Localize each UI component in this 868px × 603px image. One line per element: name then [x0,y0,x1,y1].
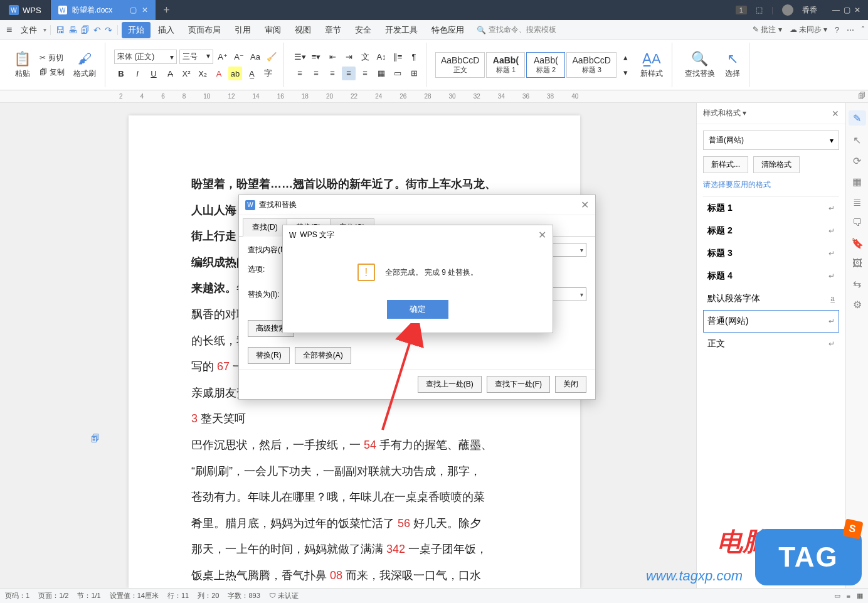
distribute-icon[interactable]: ≡ [358,67,372,80]
pane-close-icon[interactable]: ✕ [832,109,839,119]
outdent-icon[interactable]: ⇤ [326,50,339,64]
window-close-icon[interactable]: ✕ [854,6,860,14]
save-icon[interactable]: 🖫 [56,25,65,35]
rail-comment-icon[interactable]: 🗨 [852,217,862,228]
file-menu[interactable]: 文件 [17,24,41,36]
rail-grid-icon[interactable]: ▦ [852,176,862,188]
style-item-body[interactable]: 正文↵ [703,333,839,355]
cut-button[interactable]: ✂ 剪切 [37,51,67,65]
italic-button[interactable]: I [130,67,144,80]
sort-icon[interactable]: A↕ [374,50,388,64]
print-preview-icon[interactable]: 🗐 [81,25,90,35]
wps-home-tab[interactable]: W WPS [0,0,51,20]
tab-dev-tools[interactable]: 开发工具 [379,22,424,38]
indent-icon[interactable]: ⇥ [342,50,356,64]
para-14[interactable]: 肴里。腊月底，妈妈为过年的饭菜忙活了 56 好几天。除夕 [191,511,517,536]
redo-icon[interactable]: ↷ [105,25,112,35]
style-gallery-down-icon[interactable]: ▾ [619,66,633,80]
sb-view-1-icon[interactable]: ▭ [834,592,840,600]
para-13[interactable]: 苍劲有力。年味儿在哪里？哦，年味儿在一桌桌香喷喷的菜 [191,485,517,510]
shrink-font-icon[interactable]: A⁻ [232,50,246,64]
style-h1[interactable]: AaBb(标题 1 [486,52,525,78]
clear-format-pane-button[interactable]: 清除格式 [753,156,800,173]
show-marks-icon[interactable]: ¶ [407,50,421,64]
sb-col[interactable]: 列：20 [198,591,219,600]
help-icon[interactable]: ? [835,26,839,35]
find-prev-button[interactable]: 查找上一处(B) [418,376,482,393]
align-right-icon[interactable]: ≡ [326,67,339,80]
style-item-normal-web[interactable]: 普通(网站)↵ [703,310,839,333]
char-shading-button[interactable]: 字 [261,67,275,80]
replace-all-button[interactable]: 全部替换(A) [295,347,351,364]
dialog-close-button[interactable]: 关闭 [555,376,586,393]
maximize-icon[interactable]: ▢ [844,6,850,14]
find-replace-button[interactable]: 🔍 查找替换 [681,48,719,82]
align-left-icon[interactable]: ≡ [293,67,307,80]
clear-format-icon[interactable]: 🧹 [265,50,278,64]
sb-word-count[interactable]: 字数：893 [228,591,260,600]
tab-chapter[interactable]: 章节 [319,22,347,38]
new-style-pane-button[interactable]: 新样式... [703,156,748,173]
document-tab[interactable]: W 盼望着.docx ▢ ✕ [51,0,156,20]
alert-ok-button[interactable]: 确定 [387,300,448,319]
select-button[interactable]: ↖ 选择 [721,48,744,82]
tab-view[interactable]: 视图 [288,22,317,38]
char-border-button[interactable]: A̲ [245,67,258,80]
tab-stops-icon[interactable]: ⊞ [407,67,421,80]
tab-close-icon[interactable]: ✕ [142,6,148,14]
file-dropdown-icon[interactable]: ▾ [43,26,46,33]
text-direction-icon[interactable]: 文 [358,50,372,64]
sb-auth[interactable]: 🛡 未认证 [269,591,299,600]
font-color-button[interactable]: A [212,67,226,80]
annotate-button[interactable]: ✎ 批注 ▾ [753,24,782,35]
sb-section[interactable]: 节：1/1 [77,591,100,600]
rail-image-icon[interactable]: 🖼 [852,258,862,269]
rail-edit-icon[interactable]: ✎ [849,110,866,125]
collapse-ribbon-icon[interactable]: ˆ [862,26,864,35]
style-item-h4[interactable]: 标题 4↵ [703,265,839,287]
borders-icon[interactable]: ▭ [391,67,405,80]
style-h3[interactable]: AaBbCcD标题 3 [566,52,616,78]
copy-button[interactable]: 🗐 复制 [37,66,67,79]
skin-icon[interactable]: ⬚ [756,6,763,14]
align-center-icon[interactable]: ≡ [309,67,323,80]
command-search[interactable]: 🔍 查找命令、搜索模板 [477,24,556,35]
rail-settings-icon[interactable]: ⚙ [853,299,862,311]
tab-review[interactable]: 审阅 [258,22,287,38]
tab-insert[interactable]: 插入 [152,22,181,38]
notification-badge[interactable]: 1 [736,6,747,14]
user-name[interactable]: 香香 [802,5,817,16]
sb-page-of[interactable]: 页面：1/2 [38,591,68,600]
horizontal-ruler[interactable]: 246 81012 141618 202224 262830 323436 38… [0,90,868,103]
numbering-icon[interactable]: ≡▾ [309,50,323,64]
para-11[interactable]: 巴作沉思状，然后，一手按纸，一 54 手有力的握笔、蘸墨、 [191,433,517,458]
style-item-default-font[interactable]: 默认段落字体a [703,287,839,310]
new-style-button[interactable]: A̲A 新样式 [637,48,667,82]
rail-transform-icon[interactable]: ⇆ [853,278,861,290]
underline-button[interactable]: U [147,67,161,80]
bold-button[interactable]: B [114,67,128,80]
sb-set-value[interactable]: 设置值：14厘米 [110,591,159,600]
shading-icon[interactable]: ▦ [374,67,388,80]
para-10[interactable]: 3 整天笑呵 [191,407,517,432]
sb-view-2-icon[interactable]: ≡ [847,592,850,600]
tab-start[interactable]: 开始 [122,22,151,38]
change-case-icon[interactable]: Aa [248,50,262,64]
format-painter-button[interactable]: 🖌 格式刷 [70,48,100,82]
sb-page-no[interactable]: 页码：1 [5,591,29,600]
tab-reference[interactable]: 引用 [228,22,257,38]
user-avatar-icon[interactable] [782,4,793,16]
tab-page-layout[interactable]: 页面布局 [182,22,227,38]
add-tab-button[interactable]: + [156,4,177,17]
bullets-icon[interactable]: ☰▾ [293,50,307,64]
style-h2[interactable]: AaBb(标题 2 [526,52,565,78]
hamburger-icon[interactable]: ≡ [4,24,14,36]
dialog-close-icon[interactable]: ✕ [581,199,589,211]
tab-monitor-icon[interactable]: ▢ [130,6,137,14]
superscript-button[interactable]: X² [179,67,193,80]
rail-cursor-icon[interactable]: ↖ [853,134,861,146]
more-icon[interactable]: ⋯ [847,26,854,35]
ruler-options-icon[interactable]: 🗐 [858,92,865,100]
rail-refresh-icon[interactable]: ⟳ [853,155,861,167]
rail-tag-icon[interactable]: 🔖 [851,237,864,249]
